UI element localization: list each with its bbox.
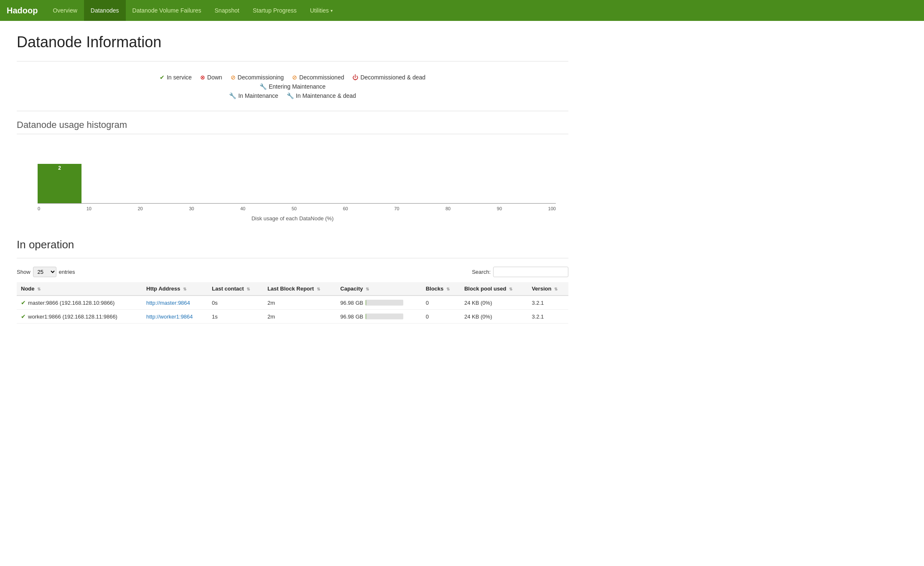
legend-down: ⊗ Down bbox=[200, 74, 222, 81]
nav-item-overview[interactable]: Overview bbox=[46, 0, 84, 21]
node-name-0: master:9866 (192.168.128.10:9866) bbox=[28, 300, 115, 306]
legend-decommissioned-label: Decommissioned bbox=[299, 74, 344, 81]
histogram-title: Datanode usage histogram bbox=[17, 120, 568, 130]
operation-divider bbox=[17, 258, 568, 258]
capacity-value-1: 96.98 GB bbox=[340, 314, 363, 320]
col-last-block-report[interactable]: Last Block Report ⇅ bbox=[263, 282, 336, 296]
legend-divider bbox=[17, 111, 568, 111]
histogram-container: 2 0 10 20 30 40 50 60 70 80 90 100 Disk … bbox=[17, 143, 568, 226]
node-status-icon-1: ✔ bbox=[21, 313, 26, 320]
capacity-bar-bg-1 bbox=[366, 314, 403, 319]
legend-down-label: Down bbox=[207, 74, 222, 81]
legend-entering-maintenance-label: Entering Maintenance bbox=[269, 83, 326, 90]
legend-decommissioned-dead: ⏻ Decommissioned & dead bbox=[352, 74, 425, 81]
legend-decommissioning: ⊘ Decommissioning bbox=[231, 74, 284, 81]
page-title: Datanode Information bbox=[17, 33, 568, 51]
table-row: ✔ master:9866 (192.168.128.10:9866) http… bbox=[17, 296, 568, 310]
x-label-70: 70 bbox=[394, 206, 399, 211]
cell-node-1: ✔ worker1:9866 (192.168.128.11:9866) bbox=[17, 310, 142, 324]
histogram-bar-0: 2 bbox=[38, 164, 81, 204]
histogram-divider bbox=[17, 134, 568, 134]
datanode-table: Node ⇅ Http Address ⇅ Last contact ⇅ Las… bbox=[17, 282, 568, 324]
search-box: Search: bbox=[472, 267, 568, 277]
cell-node-0: ✔ master:9866 (192.168.128.10:9866) bbox=[17, 296, 142, 310]
legend-decommissioning-label: Decommissioning bbox=[238, 74, 284, 81]
entries-select[interactable]: 10 25 50 100 bbox=[33, 267, 56, 277]
cell-lastcontact-1: 1s bbox=[208, 310, 263, 324]
cell-version-1: 3.2.1 bbox=[527, 310, 568, 324]
cell-capacity-0: 96.98 GB bbox=[336, 296, 421, 310]
cell-blockpool-1: 24 KB (0%) bbox=[460, 310, 527, 324]
x-label-30: 30 bbox=[189, 206, 194, 211]
cell-http-0: http://master:9864 bbox=[142, 296, 208, 310]
chart-bar-area: 2 bbox=[38, 147, 556, 204]
x-axis-labels: 0 10 20 30 40 50 60 70 80 90 100 bbox=[38, 206, 556, 211]
cell-lastcontact-0: 0s bbox=[208, 296, 263, 310]
legend-in-maintenance-dead: 🔧 In Maintenance & dead bbox=[287, 92, 356, 99]
entering-maintenance-icon: 🔧 bbox=[260, 83, 267, 90]
legend-in-maintenance-label: In Maintenance bbox=[238, 92, 278, 99]
decommissioning-icon: ⊘ bbox=[231, 74, 236, 81]
cell-blocks-0: 0 bbox=[422, 296, 460, 310]
cell-version-0: 3.2.1 bbox=[527, 296, 568, 310]
col-version[interactable]: Version ⇅ bbox=[527, 282, 568, 296]
table-header: Node ⇅ Http Address ⇅ Last contact ⇅ Las… bbox=[17, 282, 568, 296]
x-axis-line bbox=[38, 203, 556, 204]
search-label: Search: bbox=[472, 269, 491, 275]
nav-item-datanodes[interactable]: Datanodes bbox=[84, 0, 126, 21]
decommissioned-dead-icon: ⏻ bbox=[352, 74, 358, 81]
title-divider bbox=[17, 61, 568, 61]
in-maintenance-dead-icon: 🔧 bbox=[287, 92, 294, 99]
col-http-address[interactable]: Http Address ⇅ bbox=[142, 282, 208, 296]
x-label-40: 40 bbox=[240, 206, 245, 211]
table-row: ✔ worker1:9866 (192.168.128.11:9866) htt… bbox=[17, 310, 568, 324]
cell-blockpool-0: 24 KB (0%) bbox=[460, 296, 527, 310]
cell-http-1: http://worker1:9864 bbox=[142, 310, 208, 324]
operation-section: In operation Show 10 25 50 100 entries S… bbox=[17, 238, 568, 324]
node-status-icon-0: ✔ bbox=[21, 299, 26, 306]
http-link-1[interactable]: http://worker1:9864 bbox=[146, 314, 193, 320]
x-label-20: 20 bbox=[137, 206, 143, 211]
col-node[interactable]: Node ⇅ bbox=[17, 282, 142, 296]
col-last-contact[interactable]: Last contact ⇅ bbox=[208, 282, 263, 296]
table-body: ✔ master:9866 (192.168.128.10:9866) http… bbox=[17, 296, 568, 324]
x-label-100: 100 bbox=[548, 206, 556, 211]
show-entries: Show 10 25 50 100 entries bbox=[17, 267, 75, 277]
cell-blocks-1: 0 bbox=[422, 310, 460, 324]
decommissioned-icon: ⊘ bbox=[292, 74, 297, 81]
legend-decommissioned-dead-label: Decommissioned & dead bbox=[360, 74, 425, 81]
col-block-pool-used[interactable]: Block pool used ⇅ bbox=[460, 282, 527, 296]
node-name-1: worker1:9866 (192.168.128.11:9866) bbox=[28, 314, 117, 320]
nav-item-datanode-volume-failures[interactable]: Datanode Volume Failures bbox=[126, 0, 208, 21]
legend-in-service-label: In service bbox=[167, 74, 192, 81]
col-blocks[interactable]: Blocks ⇅ bbox=[422, 282, 460, 296]
capacity-bar-fill-1 bbox=[366, 314, 366, 319]
x-label-60: 60 bbox=[343, 206, 348, 211]
navbar: Hadoop Overview Datanodes Datanode Volum… bbox=[0, 0, 924, 21]
nav-item-utilities[interactable]: Utilities ▾ bbox=[303, 0, 339, 21]
search-input[interactable] bbox=[493, 267, 568, 277]
x-label-90: 90 bbox=[497, 206, 502, 211]
capacity-bar-fill-0 bbox=[366, 300, 366, 306]
x-label-0: 0 bbox=[38, 206, 40, 211]
entries-label: entries bbox=[59, 269, 75, 275]
legend-in-maintenance-dead-label: In Maintenance & dead bbox=[296, 92, 356, 99]
capacity-bar-bg-0 bbox=[366, 300, 403, 306]
cell-capacity-1: 96.98 GB bbox=[336, 310, 421, 324]
cell-lastblockreport-1: 2m bbox=[263, 310, 336, 324]
http-link-0[interactable]: http://master:9864 bbox=[146, 300, 190, 306]
nav-item-snapshot[interactable]: Snapshot bbox=[208, 0, 246, 21]
x-axis-title: Disk usage of each DataNode (%) bbox=[25, 215, 560, 222]
col-capacity[interactable]: Capacity ⇅ bbox=[336, 282, 421, 296]
show-label: Show bbox=[17, 269, 31, 275]
nav-item-startup-progress[interactable]: Startup Progress bbox=[246, 0, 303, 21]
x-label-80: 80 bbox=[445, 206, 451, 211]
operation-title: In operation bbox=[17, 238, 568, 251]
legend-entering-maintenance: 🔧 Entering Maintenance bbox=[104, 83, 481, 90]
legend-in-maintenance: 🔧 In Maintenance bbox=[229, 92, 278, 99]
utilities-caret-icon: ▾ bbox=[331, 8, 333, 13]
down-icon: ⊗ bbox=[200, 74, 205, 81]
x-label-50: 50 bbox=[292, 206, 297, 211]
capacity-value-0: 96.98 GB bbox=[340, 300, 363, 306]
legend-in-service: ✔ In service bbox=[160, 74, 192, 81]
